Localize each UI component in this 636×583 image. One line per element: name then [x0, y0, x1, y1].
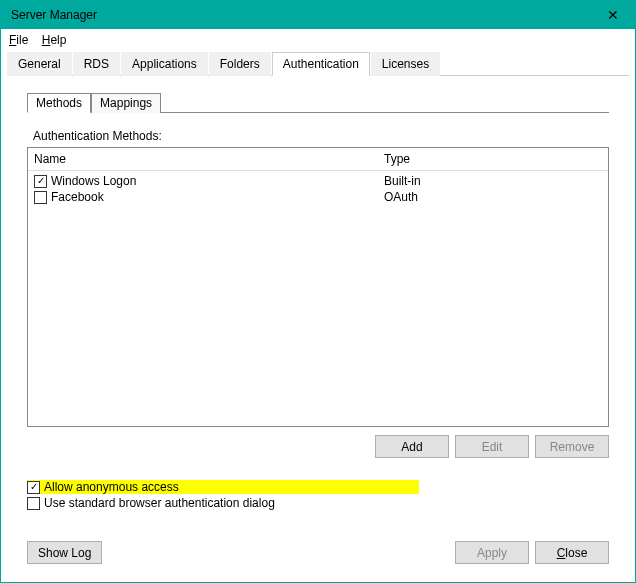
row-type: Built-in	[384, 174, 602, 188]
close-button[interactable]: Close	[535, 541, 609, 564]
row-type: OAuth	[384, 190, 602, 204]
table-row[interactable]: Facebook OAuth	[34, 189, 602, 205]
row-checkbox[interactable]	[34, 191, 47, 204]
tab-authentication[interactable]: Authentication	[272, 52, 370, 76]
show-log-button[interactable]: Show Log	[27, 541, 102, 564]
list-buttons: Add Edit Remove	[27, 435, 609, 458]
tab-applications[interactable]: Applications	[121, 52, 208, 76]
close-icon[interactable]: ✕	[599, 3, 627, 27]
table-row[interactable]: Windows Logon Built-in	[34, 173, 602, 189]
list-header: Name Type	[28, 148, 608, 171]
checkbox-standard-dialog[interactable]	[27, 497, 40, 510]
option-standard-dialog[interactable]: Use standard browser authentication dial…	[27, 496, 515, 510]
col-header-type[interactable]: Type	[384, 152, 602, 166]
option-allow-anonymous[interactable]: Allow anonymous access	[27, 480, 419, 494]
checkbox-allow-anonymous[interactable]	[27, 481, 40, 494]
tab-licenses[interactable]: Licenses	[371, 52, 440, 76]
row-checkbox[interactable]	[34, 175, 47, 188]
row-name: Facebook	[51, 190, 104, 204]
subtab-mappings[interactable]: Mappings	[91, 93, 161, 113]
content-area: Methods Mappings Authentication Methods:…	[1, 76, 635, 522]
apply-button[interactable]: Apply	[455, 541, 529, 564]
section-label: Authentication Methods:	[33, 129, 609, 143]
tab-rds[interactable]: RDS	[73, 52, 120, 76]
add-button[interactable]: Add	[375, 435, 449, 458]
subtab-methods[interactable]: Methods	[27, 93, 91, 113]
sub-tabs: Methods Mappings	[27, 92, 609, 113]
window-title: Server Manager	[11, 8, 97, 22]
tab-folders[interactable]: Folders	[209, 52, 271, 76]
main-tabs: General RDS Applications Folders Authent…	[7, 51, 629, 76]
option-label: Allow anonymous access	[44, 480, 179, 494]
option-label: Use standard browser authentication dial…	[44, 496, 275, 510]
remove-button[interactable]: Remove	[535, 435, 609, 458]
edit-button[interactable]: Edit	[455, 435, 529, 458]
menu-help[interactable]: Help	[42, 33, 67, 47]
tab-general[interactable]: General	[7, 52, 72, 76]
footer: Show Log Apply Close	[27, 541, 609, 564]
titlebar: Server Manager ✕	[1, 1, 635, 29]
row-name: Windows Logon	[51, 174, 136, 188]
col-header-name[interactable]: Name	[34, 152, 384, 166]
auth-methods-list[interactable]: Name Type Windows Logon Built-in Faceboo…	[27, 147, 609, 427]
menubar: File Help	[1, 29, 635, 51]
list-body: Windows Logon Built-in Facebook OAuth	[28, 171, 608, 207]
menu-file[interactable]: File	[9, 33, 28, 47]
